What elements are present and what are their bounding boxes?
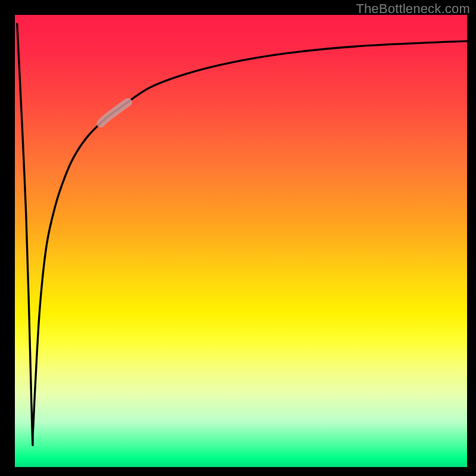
chart-root: TheBottleneck.com (0, 0, 476, 476)
curve-svg (15, 15, 467, 467)
plot-area (15, 15, 467, 467)
bottleneck-curve-path (17, 24, 467, 445)
curve-highlight-segment (101, 102, 128, 123)
